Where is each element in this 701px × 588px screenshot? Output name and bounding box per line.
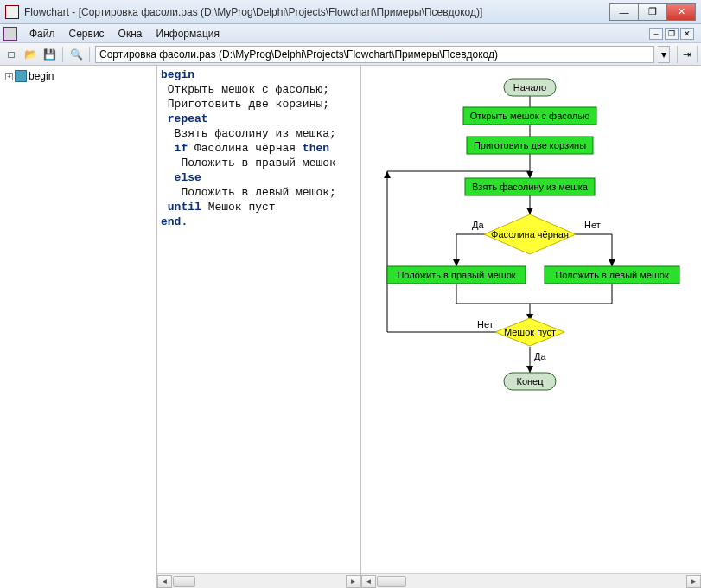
code-line[interactable]: Открыть мешок с фасолью;: [161, 82, 360, 97]
svg-marker-19: [609, 259, 615, 266]
maximize-button[interactable]: ❐: [638, 3, 667, 21]
svg-text:Положить в левый мешок: Положить в левый мешок: [555, 270, 669, 280]
code-line[interactable]: begin: [161, 67, 360, 82]
toolbar-separator: [62, 47, 63, 62]
node-start[interactable]: Начало: [504, 79, 556, 96]
mdi-close-button[interactable]: ✕: [680, 28, 694, 40]
label-no-loop: Нет: [477, 319, 494, 329]
mdi-minimize-button[interactable]: –: [649, 28, 663, 40]
file-path-combo[interactable]: Сортировка фасоли.pas (D:\MyProg\Delphi\…: [95, 46, 654, 63]
flow-h-scrollbar[interactable]: ◄ ►: [361, 573, 701, 588]
scroll-track[interactable]: [376, 575, 686, 588]
code-line[interactable]: Взять фасолину из мешка;: [161, 126, 360, 141]
menu-windows[interactable]: Окна: [112, 26, 150, 42]
code-line[interactable]: Приготовить две корзины;: [161, 97, 360, 112]
svg-text:Начало: Начало: [513, 82, 546, 93]
window-buttons: — ❐ ✕: [610, 3, 696, 21]
svg-marker-18: [453, 259, 460, 266]
flow-pane: Начало Открыть мешок с фасолью Приготови…: [361, 66, 701, 588]
node-icon: [15, 70, 27, 82]
label-yes-left: Да: [472, 220, 484, 230]
code-line[interactable]: Положить в левый мешок;: [161, 185, 360, 200]
tree-root-item[interactable]: + begin: [2, 69, 155, 83]
svg-text:Мешок пуст: Мешок пуст: [504, 327, 556, 337]
mdi-restore-button[interactable]: ❐: [665, 28, 679, 40]
scroll-thumb[interactable]: [377, 576, 406, 587]
code-line[interactable]: Положить в правый мешок: [161, 156, 360, 170]
save-file-icon[interactable]: 💾: [41, 47, 57, 62]
flowchart-svg: Начало Открыть мешок с фасолью Приготови…: [361, 66, 698, 463]
code-line[interactable]: repeat: [161, 112, 360, 126]
code-line[interactable]: end.: [161, 214, 360, 229]
app-icon: [5, 5, 19, 19]
window-title: Flowchart - [Сортировка фасоли.pas (D:\M…: [24, 6, 610, 18]
chevron-down-icon[interactable]: ▾: [658, 46, 670, 63]
menubar: Файл Сервис Окна Информация – ❐ ✕: [0, 24, 701, 43]
mdi-app-icon[interactable]: [3, 27, 17, 41]
svg-marker-21: [526, 366, 533, 373]
svg-text:Приготовить две корзины: Приготовить две корзины: [474, 140, 586, 150]
node-take[interactable]: Взять фасолину из мешка: [465, 178, 595, 195]
label-yes-down: Да: [534, 351, 546, 361]
minimize-button[interactable]: —: [609, 3, 639, 21]
code-line[interactable]: else: [161, 170, 360, 185]
toolbar-separator: [89, 47, 90, 62]
node-cond-black[interactable]: Фасолина чёрная: [484, 214, 576, 254]
code-line[interactable]: until Мешок пуст: [161, 200, 360, 214]
svg-text:Взять фасолину из мешка: Взять фасолину из мешка: [472, 182, 589, 192]
scroll-right-icon[interactable]: ►: [346, 575, 360, 588]
code-editor[interactable]: begin Открыть мешок с фасолью; Приготови…: [157, 66, 360, 573]
mdi-buttons: – ❐ ✕: [649, 28, 698, 40]
tree-root-label: begin: [29, 70, 54, 82]
client-area: + begin begin Открыть мешок с фасолью; П…: [0, 66, 701, 588]
flowchart-canvas[interactable]: Начало Открыть мешок с фасолью Приготови…: [361, 66, 701, 573]
titlebar: Flowchart - [Сортировка фасоли.pas (D:\M…: [0, 0, 701, 24]
close-button[interactable]: ✕: [666, 3, 696, 21]
svg-text:Фасолина чёрная: Фасолина чёрная: [491, 229, 569, 240]
toolbar: □ 📂 💾 🔍 Сортировка фасоли.pas (D:\MyProg…: [0, 43, 701, 66]
node-put-left[interactable]: Положить в левый мешок: [545, 266, 679, 284]
expand-icon[interactable]: +: [5, 73, 13, 80]
svg-marker-16: [526, 171, 533, 178]
scroll-left-icon[interactable]: ◄: [361, 575, 376, 588]
scroll-thumb[interactable]: [173, 576, 195, 587]
node-cond-empty[interactable]: Мешок пуст: [495, 318, 564, 346]
svg-text:Открыть мешок с фасолью: Открыть мешок с фасолью: [470, 111, 589, 121]
node-open[interactable]: Открыть мешок с фасолью: [463, 107, 596, 125]
scroll-right-icon[interactable]: ►: [686, 575, 701, 588]
open-file-icon[interactable]: 📂: [22, 47, 38, 62]
code-h-scrollbar[interactable]: ◄ ►: [157, 573, 360, 588]
menu-info[interactable]: Информация: [150, 26, 226, 42]
goto-icon[interactable]: ⇥: [677, 46, 698, 63]
svg-text:Положить в правый мешок: Положить в правый мешок: [397, 270, 515, 280]
new-file-icon[interactable]: □: [3, 47, 19, 62]
label-no-right: Нет: [584, 220, 601, 230]
scroll-track[interactable]: [172, 575, 346, 588]
menu-file[interactable]: Файл: [22, 26, 62, 42]
node-prep[interactable]: Приготовить две корзины: [467, 137, 593, 154]
menu-service[interactable]: Сервис: [62, 26, 112, 42]
svg-marker-22: [384, 171, 391, 178]
code-pane: begin Открыть мешок с фасолью; Приготови…: [157, 66, 361, 588]
svg-text:Конец: Конец: [516, 376, 544, 387]
scroll-left-icon[interactable]: ◄: [157, 575, 172, 588]
node-put-right[interactable]: Положить в правый мешок: [387, 266, 526, 284]
svg-marker-17: [526, 208, 533, 214]
find-icon[interactable]: 🔍: [68, 47, 84, 62]
node-end[interactable]: Конец: [504, 373, 556, 390]
tree-pane[interactable]: + begin: [0, 66, 157, 588]
code-line[interactable]: if Фасолина чёрная then: [161, 141, 360, 156]
